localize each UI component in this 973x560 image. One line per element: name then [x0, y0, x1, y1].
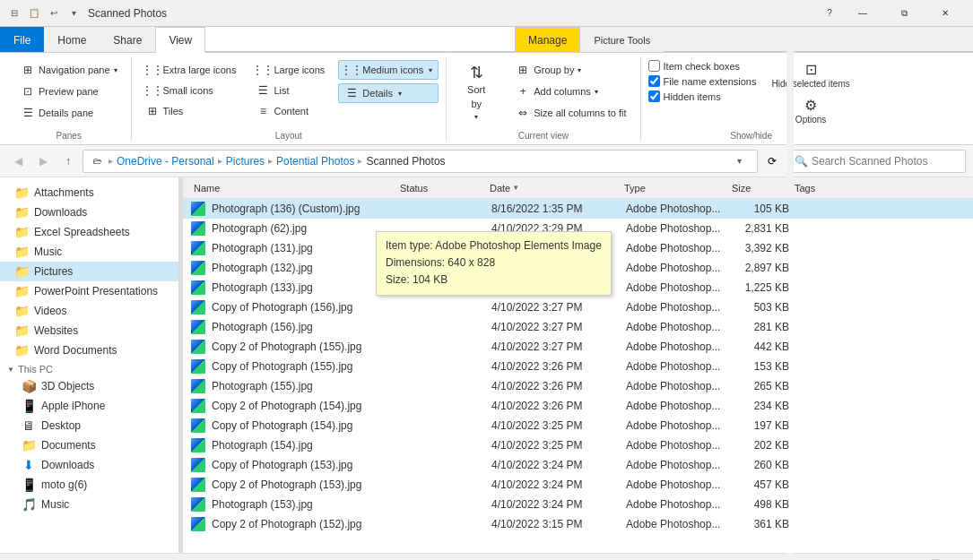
navigation-pane-button[interactable]: ⊞ Navigation pane ▾ — [14, 60, 124, 80]
file-icon — [190, 358, 206, 375]
tab-view[interactable]: View — [155, 27, 205, 53]
col-header-tags[interactable]: Tags — [791, 177, 845, 198]
group-by-button[interactable]: ⊞ Group by ▾ — [509, 60, 632, 80]
table-row[interactable]: Copy 2 of Photograph (155).jpg4/10/2022 … — [183, 337, 973, 357]
tab-home[interactable]: Home — [44, 27, 100, 52]
sidebar-item-videos[interactable]: 📁 Videos — [0, 301, 178, 321]
col-header-type[interactable]: Type — [621, 177, 728, 198]
tiles-button[interactable]: ⊞ Tiles — [139, 101, 243, 121]
add-columns-button[interactable]: + Add columns ▾ — [509, 82, 632, 101]
details-button[interactable]: ☰ Details ▾ — [338, 83, 439, 103]
up-button[interactable]: ↑ — [57, 151, 79, 172]
sidebar-item-excel-spreadsheets[interactable]: 📁 Excel Spreadsheets — [0, 222, 178, 242]
tab-share[interactable]: Share — [100, 27, 155, 52]
search-input[interactable] — [812, 155, 958, 168]
file-icon — [190, 220, 206, 237]
col-header-status[interactable]: Status — [396, 177, 486, 198]
file-name-extensions-checkbox[interactable]: File name extensions — [648, 75, 757, 87]
sort-by-button[interactable]: ⇅ Sort by ▾ — [454, 60, 499, 125]
table-row[interactable]: Copy 2 of Photograph (154).jpg4/10/2022 … — [183, 396, 973, 416]
breadcrumb-onedrive[interactable]: OneDrive - Personal — [117, 155, 214, 168]
tab-manage[interactable]: Manage — [515, 27, 580, 52]
help-button[interactable]: ? — [821, 0, 838, 27]
table-row[interactable]: Copy 2 of Photograph (153).jpg4/10/2022 … — [183, 475, 973, 495]
col-header-name[interactable]: Name — [190, 177, 396, 198]
undo-icon[interactable]: ↩ — [47, 6, 61, 21]
this-pc-section[interactable]: ▼ This PC — [0, 360, 178, 376]
sidebar-item-3d-objects[interactable]: 📦 3D Objects — [0, 376, 178, 396]
desktop-icon: 🖥 — [22, 418, 36, 433]
table-row[interactable]: Photograph (153).jpg4/10/2022 3:24 PMAdo… — [183, 495, 973, 514]
size-all-columns-button[interactable]: ⇔ Size all columns to fit — [509, 103, 632, 123]
sidebar-item-music[interactable]: 📁 Music — [0, 242, 178, 262]
dropdown-icon[interactable]: ▾ — [66, 6, 81, 21]
restore-button[interactable]: ⧉ — [883, 0, 925, 27]
breadcrumb: 🗁 ▸ OneDrive - Personal ▸ Pictures ▸ Pot… — [83, 150, 758, 173]
table-row[interactable]: Copy of Photograph (156).jpg4/10/2022 3:… — [183, 297, 973, 317]
table-row[interactable]: Photograph (131).jpg4/10/2022 3:29 PMAdo… — [183, 238, 973, 258]
options-button[interactable]: ⚙ Options — [791, 96, 830, 127]
table-row[interactable]: Photograph (132).jpg4/10/2022 3:28 PMAdo… — [183, 258, 973, 278]
show-hide-group-content: Item check boxes File name extensions Hi… — [648, 56, 855, 127]
refresh-button[interactable]: ⟳ — [761, 151, 783, 172]
col-header-size[interactable]: Size — [728, 177, 791, 198]
file-icon — [190, 240, 206, 256]
sidebar-item-pictures[interactable]: 📁 Pictures — [0, 262, 178, 281]
hide-selected-items-button[interactable]: ⊡ Hide selected items — [767, 60, 854, 92]
file-type: Adobe Photoshop... — [622, 459, 730, 471]
hidden-items-checkbox[interactable]: Hidden items — [648, 90, 757, 102]
sidebar-item-websites[interactable]: 📁 Websites — [0, 321, 178, 340]
table-row[interactable]: Photograph (133).jpg4/10/2022 3:28 PMAdo… — [183, 278, 973, 297]
small-icons-button[interactable]: ⋮⋮ Small icons — [139, 81, 243, 100]
table-row[interactable]: Copy of Photograph (155).jpg4/10/2022 3:… — [183, 357, 973, 376]
sidebar-item-downloads2[interactable]: ⬇ Downloads — [0, 455, 178, 475]
quick-access-icon[interactable]: 📋 — [27, 6, 41, 21]
list-view-button[interactable]: ☰ — [926, 556, 944, 561]
tab-picture-tools[interactable]: Picture Tools — [580, 27, 664, 52]
minimize-button[interactable]: — — [842, 0, 883, 27]
back-button[interactable]: ◀ — [7, 151, 29, 172]
extra-large-icons-button[interactable]: ⋮⋮ Extra large icons — [139, 60, 243, 80]
tab-file[interactable]: File — [0, 27, 44, 52]
sidebar-item-attachments[interactable]: 📁 Attachments — [0, 183, 178, 202]
table-row[interactable]: Photograph (62).jpg4/10/2022 3:29 PMAdob… — [183, 219, 973, 238]
sidebar-item-apple-iphone[interactable]: 📱 Apple iPhone — [0, 396, 178, 416]
breadcrumb-dropdown-button[interactable]: ▾ — [728, 151, 750, 172]
current-view-group-label: Current view — [454, 127, 632, 141]
navigation-bar: ◀ ▶ ↑ 🗁 ▸ OneDrive - Personal ▸ Pictures… — [0, 145, 973, 177]
table-row[interactable]: Copy 2 of Photograph (152).jpg4/10/2022 … — [183, 514, 973, 534]
preview-pane-button[interactable]: ⊡ Preview pane — [14, 82, 124, 101]
sidebar-item-downloads[interactable]: 📁 Downloads — [0, 202, 178, 222]
breadcrumb-potential-photos[interactable]: Potential Photos — [276, 155, 354, 168]
table-row[interactable]: Photograph (136) (Custom).jpg8/16/2022 1… — [183, 199, 973, 219]
table-row[interactable]: Copy of Photograph (154).jpg4/10/2022 3:… — [183, 416, 973, 435]
details-view-button[interactable]: ⋮⋮ — [948, 556, 966, 561]
table-row[interactable]: Photograph (155).jpg4/10/2022 3:26 PMAdo… — [183, 376, 973, 396]
table-row[interactable]: Photograph (154).jpg4/10/2022 3:25 PMAdo… — [183, 435, 973, 455]
list-icon: ☰ — [256, 83, 270, 98]
list-button[interactable]: ☰ List — [249, 81, 331, 100]
forward-button[interactable]: ▶ — [32, 151, 54, 172]
ribbon-group-current-view: ⇅ Sort by ▾ ⊞ Group by ▾ + Add columns — [447, 56, 640, 141]
sidebar-item-moto-g6[interactable]: 📱 moto g(6) — [0, 475, 178, 495]
sidebar-item-desktop[interactable]: 🖥 Desktop — [0, 416, 178, 435]
sidebar-item-music2[interactable]: 🎵 Music — [0, 495, 178, 514]
file-icon — [190, 319, 206, 335]
details-pane-button[interactable]: ☰ Details pane — [14, 103, 124, 123]
sidebar-item-documents[interactable]: 📁 Documents — [0, 435, 178, 455]
file-date: 4/10/2022 3:24 PM — [488, 459, 622, 471]
breadcrumb-pictures[interactable]: Pictures — [226, 155, 265, 168]
table-row[interactable]: Photograph (156).jpg4/10/2022 3:27 PMAdo… — [183, 317, 973, 337]
large-icons-button[interactable]: ⋮⋮ Large icons — [249, 60, 331, 80]
title-bar-icons: ⊟ 📋 ↩ ▾ — [7, 6, 81, 21]
item-check-boxes-checkbox[interactable]: Item check boxes — [648, 60, 757, 72]
search-bar: 🔍 — [786, 150, 966, 173]
close-button[interactable]: ✕ — [925, 0, 966, 27]
col-header-date[interactable]: Date ▼ — [486, 177, 621, 198]
file-name: Copy of Photograph (153).jpg — [208, 459, 398, 471]
sidebar-item-powerpoint[interactable]: 📁 PowerPoint Presentations — [0, 281, 178, 301]
table-row[interactable]: Copy of Photograph (153).jpg4/10/2022 3:… — [183, 455, 973, 475]
medium-icons-button[interactable]: ⋮⋮ Medium icons ▾ — [338, 60, 439, 80]
content-button[interactable]: ≡ Content — [249, 101, 331, 121]
sidebar-item-word-documents[interactable]: 📁 Word Documents — [0, 340, 178, 360]
